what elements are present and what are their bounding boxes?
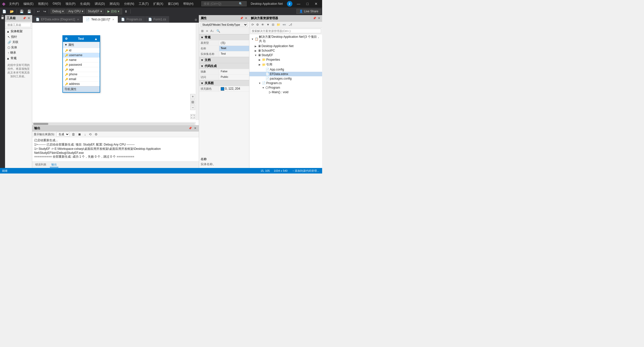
vtab-toolbox[interactable]: 工具箱: [0, 16, 5, 19]
solution-search-box[interactable]: [249, 28, 322, 34]
open-file-button[interactable]: 📂: [9, 9, 15, 14]
diagram-scrollbar-vertical[interactable]: [196, 23, 199, 120]
entity-field-age[interactable]: 🔑 age: [63, 67, 100, 72]
output-close-button[interactable]: ✕: [194, 127, 197, 130]
entity-field-address[interactable]: 🔑 address: [63, 81, 100, 86]
live-share-button[interactable]: 👤 Live Share: [296, 9, 321, 14]
toolbox-section-general[interactable]: ▲ 常规: [5, 55, 32, 61]
maximize-button[interactable]: □: [304, 1, 311, 6]
solution-collapse-button[interactable]: ⊟: [271, 22, 275, 27]
tree-item-appconfig[interactable]: 📄 App.config: [249, 67, 322, 72]
expand-desktopnet[interactable]: ▶: [254, 45, 257, 48]
new-file-button[interactable]: 📄: [1, 9, 8, 14]
solution-search-input[interactable]: [250, 29, 321, 33]
start-button[interactable]: ▶ 启动 ▾: [105, 9, 122, 14]
solution-new-folder-button[interactable]: 📁: [276, 22, 281, 27]
pause-button[interactable]: ⏸: [123, 9, 129, 14]
output-pin-button[interactable]: 📌: [188, 127, 193, 130]
tree-item-studyef[interactable]: ▼ 🖥 StudyEF: [249, 53, 322, 57]
output-stop-button[interactable]: ⏹: [77, 132, 82, 136]
tab-efdata-close[interactable]: ✕: [77, 18, 80, 21]
properties-entity-selector[interactable]: StudyEFModel.Test EntityType: [199, 22, 249, 28]
menu-window[interactable]: 窗口(W): [166, 1, 181, 7]
output-filter-button[interactable]: ⚙: [94, 132, 98, 136]
tree-item-efdata[interactable]: 📄 EFData.edmx: [249, 72, 322, 76]
save-all-button[interactable]: 💾: [26, 9, 32, 14]
tree-item-desktopnet[interactable]: ▶ 🖥 Desktop Application Net: [249, 44, 322, 48]
menu-analyze[interactable]: 分析(N): [122, 1, 136, 7]
entity-field-name[interactable]: 🔑 name: [63, 57, 100, 62]
menu-project[interactable]: 项目(P): [63, 1, 78, 7]
tab-errors[interactable]: 错误列表: [34, 162, 48, 167]
entity-field-phone[interactable]: 🔑 phone: [63, 72, 100, 77]
scrollbar-thumb-h[interactable]: [33, 123, 48, 125]
tree-item-main-method[interactable]: ▷ Main() : void: [249, 90, 322, 94]
solution-properties-button[interactable]: ⚙: [255, 22, 260, 27]
vtab-server-explorer[interactable]: 服务器资源管理器: [0, 20, 5, 23]
menu-extensions[interactable]: 扩展(X): [151, 1, 165, 7]
project-dropdown[interactable]: StudyEF ▾: [86, 9, 104, 14]
tree-item-properties[interactable]: ▶ 📁 Properties: [249, 57, 322, 62]
output-source-select[interactable]: 生成: [56, 132, 69, 136]
diagram-fit-all-button[interactable]: ⛶: [190, 114, 195, 119]
zoom-in-button[interactable]: +: [190, 94, 195, 99]
solution-show-all-button[interactable]: 👁: [260, 22, 265, 27]
entity-expand-button[interactable]: ▲: [94, 37, 98, 41]
tab-efdata[interactable]: 📄 EFData.edmx [Diagram1] ✕: [33, 16, 83, 23]
solution-preview-button[interactable]: 👀: [282, 22, 287, 27]
toolbox-item-association[interactable]: 🔗 关联: [5, 40, 32, 45]
output-scroll-button[interactable]: ↓: [84, 132, 87, 136]
tab-testcs-close[interactable]: ✕: [112, 18, 115, 21]
prop-search-btn[interactable]: 🔍: [215, 29, 221, 33]
minimize-button[interactable]: —: [294, 1, 303, 6]
tab-testcs[interactable]: 📄 Test.cs [设计]* ✕: [83, 16, 118, 23]
zoom-out-button[interactable]: −: [190, 105, 195, 110]
toolbox-item-inheritance[interactable]: ↑ 继承: [5, 50, 32, 55]
diagram-area[interactable]: ⚙ Test ▲ ▼ 属性 🔑 id 🔑 username 🔑: [32, 23, 199, 125]
prop-section-general-header[interactable]: ▼ 常规: [199, 34, 249, 40]
undo-button[interactable]: ↩: [36, 9, 41, 14]
platform-dropdown[interactable]: Any CPU ▾: [66, 9, 85, 14]
prop-sort-alpha[interactable]: A↓: [209, 29, 215, 33]
search-input[interactable]: [204, 2, 239, 6]
menu-edit[interactable]: 编辑(E): [21, 1, 35, 7]
expand-program-class[interactable]: ▼: [261, 86, 265, 89]
add-source-control-button[interactable]: ↑ 添加到源代码管理...: [291, 169, 320, 173]
menu-git[interactable]: Git(G): [51, 1, 63, 7]
tree-solution-root[interactable]: ▼ 📋 解决方案'Desktop Application Net'(3 个项目，…: [249, 34, 322, 44]
menu-view[interactable]: 视图(V): [36, 1, 50, 7]
toolbox-search-box[interactable]: [5, 22, 32, 28]
properties-pin-button[interactable]: 📌: [239, 17, 244, 20]
user-avatar[interactable]: 2: [287, 1, 292, 7]
toolbox-section-entityframework[interactable]: ▲ 实体框架: [5, 28, 32, 34]
tree-item-program-class[interactable]: ▼ ⬡ Program: [249, 85, 322, 90]
prop-category-view[interactable]: ≡: [205, 29, 209, 33]
solution-sync-button[interactable]: ⟳: [250, 22, 255, 27]
close-button[interactable]: ✕: [312, 1, 320, 6]
toolbox-item-pointer[interactable]: ↖ 指针: [5, 34, 32, 40]
entity-field-id[interactable]: 🔑 id: [63, 48, 100, 53]
fit-button[interactable]: ⊞: [190, 99, 195, 105]
tab-output[interactable]: 输出: [50, 162, 58, 167]
entity-field-email[interactable]: 🔑 email: [63, 77, 100, 81]
properties-close-button[interactable]: ✕: [244, 17, 248, 20]
menu-file[interactable]: 文件(F): [7, 1, 21, 7]
solution-close-button[interactable]: ✕: [317, 17, 321, 20]
menu-tools[interactable]: 工具(T): [137, 1, 150, 7]
output-wrap-button[interactable]: ⟲: [88, 132, 92, 136]
debug-mode-dropdown[interactable]: Debug ▾: [51, 9, 65, 14]
solution-git-button[interactable]: ⎇: [288, 22, 293, 27]
toolbox-search-input[interactable]: [6, 23, 31, 27]
tree-item-schoolpc[interactable]: ▶ 🖥 SchoolPC: [249, 48, 322, 53]
expand-programcs[interactable]: ▼: [258, 82, 261, 85]
output-clear-button[interactable]: 🗑: [71, 132, 76, 136]
solution-filter-button[interactable]: ▼: [266, 22, 271, 27]
tree-item-programcs[interactable]: ▼ 📄 Program.cs: [249, 81, 322, 85]
menu-help[interactable]: 帮助(H): [181, 1, 196, 7]
expand-references[interactable]: ▶: [258, 63, 261, 66]
tree-item-packages[interactable]: 📄 packages.config: [249, 76, 322, 81]
expand-studyef[interactable]: ▼: [254, 54, 257, 57]
prop-grid-view[interactable]: ⊞: [200, 29, 205, 33]
prop-section-codegen-header[interactable]: ▼ 代码生成: [199, 63, 249, 69]
expand-properties[interactable]: ▶: [258, 58, 261, 61]
